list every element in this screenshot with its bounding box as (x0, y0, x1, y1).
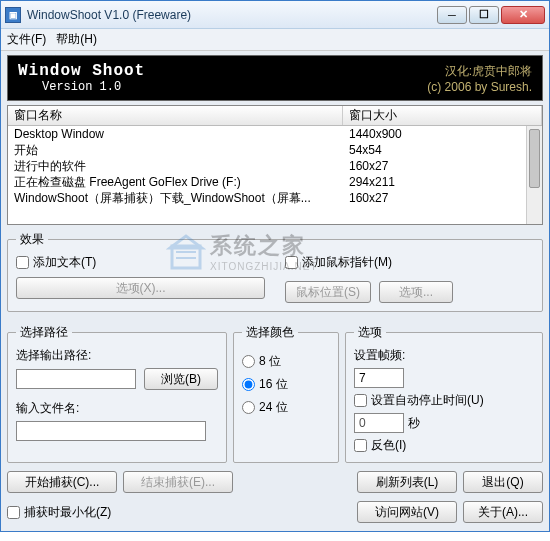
refresh-button[interactable]: 刷新列表(L) (357, 471, 457, 493)
banner-credit2: (c) 2006 by Suresh. (427, 80, 532, 94)
colors-group: 选择颜色 8 位 16 位 24 位 (233, 324, 339, 463)
color-24-radio[interactable]: 24 位 (242, 399, 330, 416)
cursor-pos-button: 鼠标位置(S) (285, 281, 371, 303)
banner-version: Version 1.0 (42, 80, 121, 94)
out-path-input[interactable] (16, 369, 136, 389)
auto-stop-time-input (354, 413, 404, 433)
add-cursor-input[interactable] (285, 256, 298, 269)
out-path-label: 选择输出路径: (16, 347, 218, 364)
table-row[interactable]: Desktop Window1440x900 (8, 126, 542, 142)
path-group: 选择路径 选择输出路径: 浏览(B) 输入文件名: (7, 324, 227, 463)
banner-credit1: 汉化:虎贲中郎将 (427, 63, 532, 80)
options-group: 选项 设置帧频: 设置自动停止时间(U) 秒 反色(I) (345, 324, 543, 463)
table-row[interactable]: 开始54x54 (8, 142, 542, 158)
table-body: Desktop Window1440x900 开始54x54 进行中的软件160… (8, 126, 542, 206)
content-area: Window Shoot Version 1.0 汉化:虎贲中郎将 (c) 20… (1, 51, 549, 531)
add-cursor-checkbox[interactable]: 添加鼠标指针(M) (285, 254, 534, 271)
fps-label: 设置帧频: (354, 347, 534, 364)
invert-input[interactable] (354, 439, 367, 452)
seconds-label: 秒 (408, 415, 420, 432)
banner: Window Shoot Version 1.0 汉化:虎贲中郎将 (c) 20… (7, 55, 543, 101)
color-8-radio[interactable]: 8 位 (242, 353, 330, 370)
banner-title: Window Shoot (18, 62, 145, 80)
application-window: ▣ WindowShoot V1.0 (Freeware) ─ ☐ ✕ 文件(F… (0, 0, 550, 532)
col-size-header[interactable]: 窗口大小 (343, 106, 542, 125)
website-button[interactable]: 访问网站(V) (357, 501, 457, 523)
about-button[interactable]: 关于(A)... (463, 501, 543, 523)
auto-stop-checkbox[interactable]: 设置自动停止时间(U) (354, 392, 534, 409)
maximize-button[interactable]: ☐ (469, 6, 499, 24)
add-text-input[interactable] (16, 256, 29, 269)
minimize-button[interactable]: ─ (437, 6, 467, 24)
auto-stop-input[interactable] (354, 394, 367, 407)
window-list[interactable]: 窗口名称 窗口大小 Desktop Window1440x900 开始54x54… (7, 105, 543, 225)
window-title: WindowShoot V1.0 (Freeware) (27, 8, 435, 22)
effects-group: 效果 添加文本(T) 选项(X)... 添加鼠标指针(M) 鼠标位置(S) (7, 231, 543, 312)
table-row[interactable]: 进行中的软件160x27 (8, 158, 542, 174)
options-legend: 选项 (354, 324, 386, 341)
add-text-checkbox[interactable]: 添加文本(T) (16, 254, 265, 271)
menu-help[interactable]: 帮助(H) (56, 31, 97, 48)
close-button[interactable]: ✕ (501, 6, 545, 24)
exit-button[interactable]: 退出(Q) (463, 471, 543, 493)
minimize-on-capture-checkbox[interactable]: 捕获时最小化(Z) (7, 504, 111, 521)
table-row[interactable]: 正在检查磁盘 FreeAgent GoFlex Drive (F:)294x21… (8, 174, 542, 190)
titlebar[interactable]: ▣ WindowShoot V1.0 (Freeware) ─ ☐ ✕ (1, 1, 549, 29)
fps-input[interactable] (354, 368, 404, 388)
effects-legend: 效果 (16, 231, 48, 248)
browse-button[interactable]: 浏览(B) (144, 368, 218, 390)
scrollbar-vertical[interactable] (526, 126, 542, 224)
colors-legend: 选择颜色 (242, 324, 298, 341)
file-name-label: 输入文件名: (16, 400, 218, 417)
file-name-input[interactable] (16, 421, 206, 441)
menu-file[interactable]: 文件(F) (7, 31, 46, 48)
minimize-on-capture-input[interactable] (7, 506, 20, 519)
col-name-header[interactable]: 窗口名称 (8, 106, 343, 125)
menubar: 文件(F) 帮助(H) (1, 29, 549, 51)
path-legend: 选择路径 (16, 324, 72, 341)
table-header: 窗口名称 窗口大小 (8, 106, 542, 126)
end-capture-button: 结束捕获(E)... (123, 471, 233, 493)
text-options-button: 选项(X)... (16, 277, 265, 299)
effect-options-button: 选项... (379, 281, 453, 303)
invert-checkbox[interactable]: 反色(I) (354, 437, 534, 454)
start-capture-button[interactable]: 开始捕获(C)... (7, 471, 117, 493)
table-row[interactable]: WindowShoot（屏幕捕获）下载_WindowShoot（屏幕...160… (8, 190, 542, 206)
app-icon: ▣ (5, 7, 21, 23)
color-16-radio[interactable]: 16 位 (242, 376, 330, 393)
scrollbar-thumb[interactable] (529, 129, 540, 188)
